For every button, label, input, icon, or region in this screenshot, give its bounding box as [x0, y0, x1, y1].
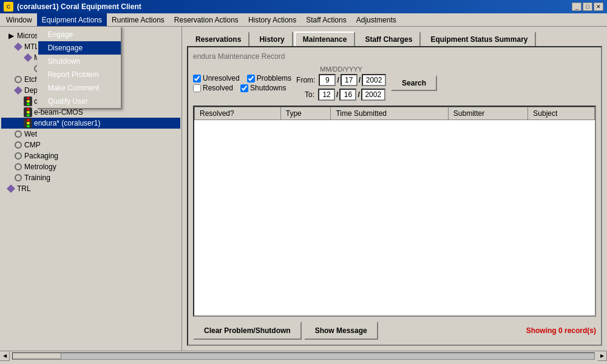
tab-staff-charges[interactable]: Staff Charges	[356, 32, 421, 46]
shutdowns-checkbox-label[interactable]: Shutdowns	[240, 84, 286, 92]
from-year-input[interactable]	[362, 74, 386, 86]
scroll-left-button[interactable]: ◀	[0, 351, 10, 361]
dropdown-make-comment[interactable]: Make Comment	[38, 81, 121, 95]
dropdown-qualify-user[interactable]: Qualify User	[38, 95, 121, 108]
tree-item-packaging[interactable]: Packaging	[1, 150, 180, 161]
tree-label: TRL	[17, 184, 31, 193]
problems-checkbox[interactable]	[247, 75, 255, 83]
menu-history-actions[interactable]: History Actions	[243, 13, 301, 26]
data-table: Resolved? Type Time Submitted Submitter …	[194, 107, 595, 120]
content-area: endura Maintenance Record Unresolved Pro…	[187, 46, 602, 346]
tree-label: endura* (coraluser1)	[34, 119, 100, 127]
equipment-actions-dropdown: Engage Disengage Shutdown Report Problem…	[37, 27, 122, 109]
tree-item-wet[interactable]: Wet	[1, 129, 180, 140]
col-subject: Subject	[528, 107, 595, 120]
menu-runtime-actions[interactable]: Runtime Actions	[107, 13, 169, 26]
diamond-icon	[13, 42, 23, 52]
dropdown-report-problem[interactable]: Report Problem	[38, 68, 121, 81]
minimize-button[interactable]: _	[572, 2, 582, 11]
window-title: (coraluser1) Coral Equipment Client	[17, 2, 141, 11]
menu-equipment-actions[interactable]: Equipment Actions Engage Disengage Shutd…	[37, 13, 107, 26]
app-icon: C	[4, 2, 13, 12]
to-date: To: / /	[296, 89, 386, 101]
filter-checkboxes: Unresolved Probblems Resolved	[193, 74, 291, 92]
show-message-button[interactable]: Show Message	[304, 322, 378, 340]
tab-reservations[interactable]: Reservations	[187, 32, 249, 46]
to-day-input[interactable]	[339, 89, 356, 101]
col-resolved: Resolved?	[195, 107, 281, 120]
traffic-light-icon	[23, 96, 33, 106]
circle-icon	[13, 140, 23, 150]
date-format-header: MM/DD/YYYY	[320, 66, 362, 73]
tree-item-training[interactable]: Training	[1, 172, 180, 183]
clear-problem-button[interactable]: Clear Problem/Shutdown	[193, 322, 302, 340]
resolved-checkbox-label[interactable]: Resolved	[193, 84, 233, 92]
col-submitter: Submitter	[448, 107, 527, 120]
circle-icon	[13, 75, 23, 84]
col-time-submitted: Time Submitted	[331, 107, 448, 120]
unresolved-checkbox-label[interactable]: Unresolved	[193, 74, 240, 83]
menu-reservation-actions[interactable]: Reservation Actions	[169, 13, 243, 26]
tab-history[interactable]: History	[251, 32, 293, 46]
tab-maintenance[interactable]: Maintenance	[294, 32, 356, 46]
right-panel: Reservations History Maintenance Staff C…	[182, 27, 607, 351]
circle-icon	[13, 173, 23, 183]
circle-icon	[13, 162, 23, 172]
tree-label: CMP	[24, 141, 41, 149]
record-count: Showing 0 record(s)	[526, 326, 596, 335]
date-area: MM/DD/YYYY From: / /	[296, 66, 596, 101]
tree-label: e-beam-CMOS	[34, 108, 83, 116]
tree-label: Training	[24, 174, 50, 182]
maximize-button[interactable]: □	[583, 2, 592, 11]
scrollbar-thumb[interactable]	[13, 353, 61, 359]
shutdowns-checkbox[interactable]	[240, 84, 248, 92]
tree-label: Wet	[24, 130, 37, 138]
search-button[interactable]: Search	[391, 75, 437, 91]
date-group: MM/DD/YYYY From: / /	[296, 66, 386, 101]
title-bar: C (coraluser1) Coral Equipment Client _ …	[0, 0, 607, 13]
filter-area: Unresolved Probblems Resolved	[193, 66, 596, 101]
menu-window[interactable]: Window	[1, 13, 37, 26]
traffic-light-icon	[23, 107, 33, 117]
tab-equipment-status[interactable]: Equipment Status Summary	[422, 32, 536, 46]
dropdown-engage[interactable]: Engage	[38, 28, 121, 41]
dropdown-shutdown[interactable]: Shutdown	[38, 55, 121, 68]
menu-adjustments[interactable]: Adjustments	[351, 13, 401, 26]
bottom-bar: Clear Problem/Shutdown Show Message Show…	[193, 322, 596, 340]
unresolved-checkbox[interactable]	[193, 75, 201, 83]
to-label: To:	[296, 90, 314, 99]
close-button[interactable]: ✕	[594, 2, 603, 11]
tree-item-cmp[interactable]: CMP	[1, 140, 180, 150]
menu-staff-actions[interactable]: Staff Actions	[301, 13, 351, 26]
col-type: Type	[280, 107, 331, 120]
tree-label: Metrology	[24, 163, 56, 171]
diamond-icon	[6, 184, 16, 194]
window-controls: _ □ ✕	[572, 2, 603, 11]
problems-checkbox-label[interactable]: Probblems	[247, 74, 291, 83]
to-month-input[interactable]	[318, 89, 335, 101]
scroll-right-button[interactable]: ▶	[597, 351, 607, 361]
tab-bar: Reservations History Maintenance Staff C…	[187, 32, 602, 46]
expand-icon: ▶	[6, 31, 16, 41]
tree-label: Packaging	[24, 152, 58, 160]
tree-item-metrology[interactable]: Metrology	[1, 161, 180, 172]
diamond-icon	[13, 86, 23, 95]
dropdown-disengage[interactable]: Disengage	[38, 41, 121, 55]
from-date: From: / /	[296, 74, 386, 86]
traffic-light-icon	[23, 118, 33, 128]
from-month-input[interactable]	[319, 74, 336, 86]
circle-icon	[13, 151, 23, 161]
to-year-input[interactable]	[361, 89, 385, 101]
circle-icon	[13, 129, 23, 139]
menu-bar: Window Equipment Actions Engage Disengag…	[0, 13, 607, 27]
diamond-icon	[23, 53, 33, 62]
horizontal-scrollbar[interactable]: ◀ ▶	[0, 351, 607, 360]
tree-item-trl[interactable]: TRL	[1, 183, 180, 194]
from-label: From:	[296, 76, 315, 84]
content-title: endura Maintenance Record	[193, 52, 596, 61]
from-day-input[interactable]	[341, 74, 358, 86]
data-table-wrapper: Resolved? Type Time Submitted Submitter …	[193, 106, 596, 317]
resolved-checkbox[interactable]	[193, 84, 201, 92]
tree-item-endura[interactable]: endura* (coraluser1)	[1, 118, 180, 129]
scrollbar-track[interactable]	[12, 352, 595, 360]
